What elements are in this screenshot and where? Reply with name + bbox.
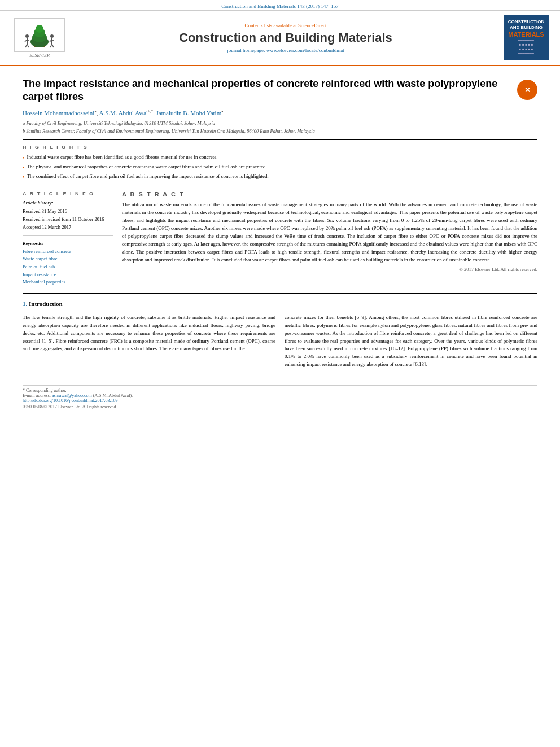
svg-point-6 [25,34,29,38]
abstract-text: The utilization of waste materials is on… [122,201,537,264]
bullet-2: • [23,163,25,172]
keyword-4[interactable]: Impact resistance [23,271,113,279]
corresponding-label: * Corresponding author. [23,388,67,393]
sciencedirect-link: Contents lists available at ScienceDirec… [79,23,492,28]
author-yatim[interactable]: Jamaludin B. Mohd Yatim [156,110,221,116]
journal-title: Construction and Building Materials [79,30,492,45]
footer-issn: 0950-0618/© 2017 Elsevier Ltd. All right… [23,404,537,409]
divider-2 [23,186,537,186]
keywords-label: Keywords: [23,241,113,246]
keyword-5[interactable]: Mechanical properties [23,278,113,286]
email-address[interactable]: asmawal@yahoo.com [52,393,92,398]
cbm-logo-subtext: ━━━━━━━■ ■ ■ ■ ■■ ■ ■ ■ ■━━━━━━━ [518,39,534,56]
info-abstract-row: A R T I C L E I N F O Article history: R… [23,191,537,286]
affiliation-b: b Jamilus Research Center, Faculty of Ci… [23,128,537,136]
article-info-col: A R T I C L E I N F O Article history: R… [23,191,113,286]
abstract-label: A B S T R A C T [122,191,537,198]
footer-doi[interactable]: http://dx.doi.org/10.1016/j.conbuildmat.… [23,398,537,403]
sciencedirect-prefix: Contents lists available at [245,23,298,28]
authors-line: Hossein Mohammadhosseinia, A.S.M. Abdul … [23,108,537,118]
journal-homepage: journal homepage: www.elsevier.com/locat… [79,47,492,53]
article-info-label: A R T I C L E I N F O [23,191,113,196]
sciencedirect-label[interactable]: ScienceDirect [298,23,326,28]
received-date: Received 31 May 2016 [23,208,113,215]
page-footer: * Corresponding author. E-mail address: … [0,378,560,414]
highlights-section: H I G H L I G H T S • Industrial waste c… [23,145,537,181]
author-a-sup: a [94,109,96,113]
svg-line-11 [27,44,29,47]
highlight-text-1: Industrial waste carpet fibre has been i… [27,154,218,161]
journal-citation-bar: Construction and Building Materials 143 … [0,0,560,11]
email-suffix: (A.S.M. Abdul Awal). [92,393,133,398]
divider-3 [23,293,537,294]
highlight-item-2: • The physical and mechanical properties… [23,163,537,172]
article-title-text: The impact resistance and mechanical pro… [23,77,517,104]
cbm-logo-line3: MATERIALS [508,32,544,38]
intro-two-col: The low tensile strength and the high ri… [23,314,537,373]
article-info: Article history: Received 31 May 2016 Re… [23,200,113,230]
author-hosseini[interactable]: Hossein Mohammadhosseini [23,110,94,116]
intro-right-text: concrete mixes for their benefits [6–9].… [285,314,537,369]
elsevier-text-label: ELSEVIER [29,53,50,58]
cbm-logo-line1: Constructionand Building [508,19,544,30]
top-citation: Construction and Building Materials 143 … [221,3,338,9]
svg-point-12 [50,34,54,38]
abstract-copyright: © 2017 Elsevier Ltd. All rights reserved… [122,267,537,272]
intro-col-left: The low tensile strength and the high ri… [23,314,275,373]
highlights-label: H I G H L I G H T S [23,145,537,150]
homepage-url[interactable]: www.elsevier.com/locate/conbuildmat [266,47,344,53]
history-label: Article history: [23,200,113,206]
highlight-item-1: • Industrial waste carpet fibre has been… [23,154,537,162]
svg-line-10 [25,44,27,47]
author-b-sup: b,* [148,109,153,113]
divider-1 [23,139,537,140]
bullet-3: • [23,173,25,181]
affiliation-a: a Faculty of Civil Engineering, Universi… [23,120,537,128]
keyword-3[interactable]: Palm oil fuel ash [23,263,113,271]
page-container: Construction and Building Materials 143 … [0,0,560,747]
journal-center: Contents lists available at ScienceDirec… [68,23,504,53]
crossmark-icon: ✕ [521,84,533,96]
highlight-text-3: The combined effect of carpet fibre and … [27,173,269,181]
intro-section-label: Introduction [29,300,63,307]
introduction-section: 1. Introduction The low tensile strength… [23,300,537,373]
journal-header: ELSEVIER Contents lists available at Sci… [0,11,560,66]
elsevier-logo: ELSEVIER [11,18,68,58]
svg-point-5 [36,25,43,33]
cbm-logo: Constructionand Building MATERIALS ━━━━━… [504,15,549,60]
intro-section-title: 1. Introduction [23,300,537,307]
highlight-item-3: • The combined effect of carpet fibre an… [23,173,537,181]
intro-section-num: 1. [23,300,27,307]
keyword-1[interactable]: Fibre reinforced concrete [23,248,113,256]
svg-line-16 [50,44,52,47]
bullet-1: • [23,154,25,162]
article-title-row: The impact resistance and mechanical pro… [23,77,537,104]
main-content: The impact resistance and mechanical pro… [0,66,560,372]
svg-text:✕: ✕ [524,86,531,94]
author-awal[interactable]: A.S.M. Abdul Awal [99,110,148,116]
accepted-date: Accepted 12 March 2017 [23,224,113,231]
homepage-prefix: journal homepage: [227,47,266,53]
revised-date: Received in revised form 11 October 2016 [23,216,113,223]
divider-keywords [23,235,113,236]
corresponding-note: * Corresponding author. E-mail address: … [23,385,537,398]
intro-left-text: The low tensile strength and the high ri… [23,314,275,353]
intro-col-right: concrete mixes for their benefits [6–9].… [285,314,537,373]
email-label: E-mail address: [23,393,52,398]
affiliations: a Faculty of Civil Engineering, Universi… [23,120,537,135]
elsevier-tree-svg [17,20,62,50]
doi-url[interactable]: http://dx.doi.org/10.1016/j.conbuildmat.… [23,398,118,403]
elsevier-image [14,18,65,52]
crossmark-badge[interactable]: ✕ [517,80,537,100]
highlight-text-2: The physical and mechanical properties o… [27,163,267,171]
author-c-sup: a [221,109,223,113]
svg-line-17 [52,44,54,47]
keywords-section: Keywords: Fibre reinforced concrete Wast… [23,235,113,286]
abstract-col: A B S T R A C T The utilization of waste… [122,191,537,286]
keyword-2[interactable]: Waste carpet fibre [23,255,113,263]
